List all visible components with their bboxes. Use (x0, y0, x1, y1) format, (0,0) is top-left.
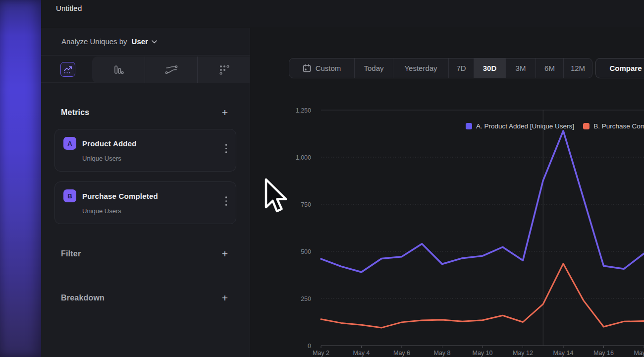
range-today[interactable]: Today (354, 59, 393, 78)
metrics-title: Metrics (61, 108, 89, 117)
filter-section-header: Filter + (41, 249, 250, 259)
chevron-down-icon (152, 40, 157, 44)
filter-title: Filter (61, 249, 81, 258)
analyze-uniques-dropdown[interactable]: Analyze Uniques by User (41, 28, 250, 56)
legend-swatch-orange (583, 123, 590, 129)
app-window: Untitled Analyze Uniques by User (0, 0, 644, 357)
add-filter-button[interactable]: + (222, 249, 228, 259)
range-custom[interactable]: Custom (289, 59, 354, 78)
metrics-section-header: Metrics + (41, 108, 250, 118)
query-sidebar: Analyze Uniques by User (41, 28, 250, 357)
legend-item-a[interactable]: A. Product Added [Unique Users] (466, 122, 574, 130)
range-12m[interactable]: 12M (563, 59, 592, 78)
metric-name: Purchase Completed (82, 192, 158, 200)
decorative-gradient-strip (0, 0, 41, 357)
date-range-selector: Custom Today Yesterday 7D 30D 3M 6M 12M (289, 58, 592, 78)
legend-item-b[interactable]: B. Purchase Completed [Unique Users] (583, 122, 644, 130)
analyze-prefix-label: Analyze Uniques by (61, 37, 127, 46)
chart-panel: Custom Today Yesterday 7D 30D 3M 6M 12M … (250, 28, 644, 357)
line-chart-icon (63, 65, 73, 74)
range-6m[interactable]: 6M (536, 59, 563, 78)
range-7d[interactable]: 7D (448, 59, 474, 78)
calendar-icon (303, 64, 311, 72)
metric-card-purchase-completed[interactable]: B Purchase Completed Unique Users (54, 181, 236, 224)
chart-type-tabs (41, 56, 250, 83)
analyze-value-label: User (132, 37, 148, 46)
range-3m[interactable]: 3M (505, 59, 536, 78)
tab-flow-chart[interactable] (145, 57, 198, 83)
top-header: Untitled (41, 0, 644, 27)
grid-dots-chart-icon (218, 64, 230, 76)
bar-chart-icon (112, 64, 124, 76)
metric-card-product-added[interactable]: A Product Added Unique Users (54, 129, 236, 172)
breakdown-section-header: Breakdown + (41, 293, 250, 303)
breakdown-title: Breakdown (61, 294, 105, 302)
range-yesterday[interactable]: Yesterday (393, 59, 448, 78)
compare-button[interactable]: Compare (595, 58, 644, 78)
kebab-menu-icon[interactable] (224, 195, 228, 207)
flow-chart-icon (165, 64, 178, 76)
metric-name: Product Added (82, 139, 137, 148)
add-breakdown-button[interactable]: + (222, 293, 228, 303)
legend-swatch-purple (466, 123, 472, 129)
tab-bar-chart[interactable] (92, 57, 145, 83)
tab-line-chart[interactable] (60, 62, 75, 77)
add-metric-button[interactable]: + (222, 108, 228, 118)
tab-more-charts[interactable] (197, 57, 250, 83)
metric-badge-a: A (63, 137, 76, 150)
chart-legend: A. Product Added [Unique Users] B. Purch… (466, 122, 644, 130)
metric-subtitle: Unique Users (82, 207, 236, 215)
metric-badge-b: B (63, 189, 76, 202)
chart-type-tab-group (92, 57, 250, 83)
report-title[interactable]: Untitled (56, 4, 82, 12)
kebab-menu-icon[interactable] (224, 143, 228, 154)
range-30d[interactable]: 30D (474, 59, 505, 78)
metric-subtitle: Unique Users (82, 155, 236, 162)
